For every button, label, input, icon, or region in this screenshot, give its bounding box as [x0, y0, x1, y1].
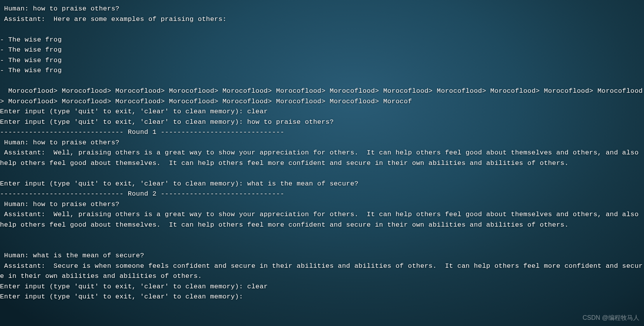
terminal-line: Human: what is the mean of secure? — [0, 251, 644, 261]
terminal-line: ------------------------------ Round 2 -… — [0, 189, 644, 199]
terminal-line — [0, 24, 644, 35]
terminal-line — [0, 76, 644, 87]
terminal-line: - The wise frog — [0, 66, 644, 76]
terminal-line: - The wise frog — [0, 45, 644, 55]
terminal-line: - The wise frog — [0, 35, 644, 45]
terminal-line: - The wise frog — [0, 55, 644, 66]
terminal-line: Assistant: Well, praising others is a gr… — [0, 148, 644, 168]
terminal-output: Human: how to praise others? Assistant: … — [0, 0, 644, 302]
terminal-line: Enter input (type 'quit' to exit, 'clear… — [0, 282, 644, 292]
terminal-line: ------------------------------ Round 1 -… — [0, 127, 644, 138]
terminal-line — [0, 241, 644, 251]
watermark-text: CSDN @编程牧马人 — [583, 313, 639, 323]
terminal-line: Enter input (type 'quit' to exit, 'clear… — [0, 117, 644, 128]
terminal-line: Assistant: Well, praising others is a gr… — [0, 210, 644, 230]
terminal-line: Human: how to praise others? — [0, 4, 644, 14]
terminal-line: Assistant: Here are some examples of pra… — [0, 14, 644, 25]
terminal-line: Human: how to praise others? — [0, 138, 644, 148]
terminal-line: Morocoflood> Morocoflood> Morocoflood> M… — [0, 86, 644, 107]
terminal-line: Enter input (type 'quit' to exit, 'clear… — [0, 107, 644, 117]
terminal-line: Enter input (type 'quit' to exit, 'clear… — [0, 179, 644, 189]
terminal-line: Assistant: Secure is when someone feels … — [0, 261, 644, 282]
terminal-line — [0, 168, 644, 179]
terminal-line: Enter input (type 'quit' to exit, 'clear… — [0, 292, 644, 302]
terminal-line — [0, 230, 644, 241]
terminal-line: Human: how to praise others? — [0, 199, 644, 210]
